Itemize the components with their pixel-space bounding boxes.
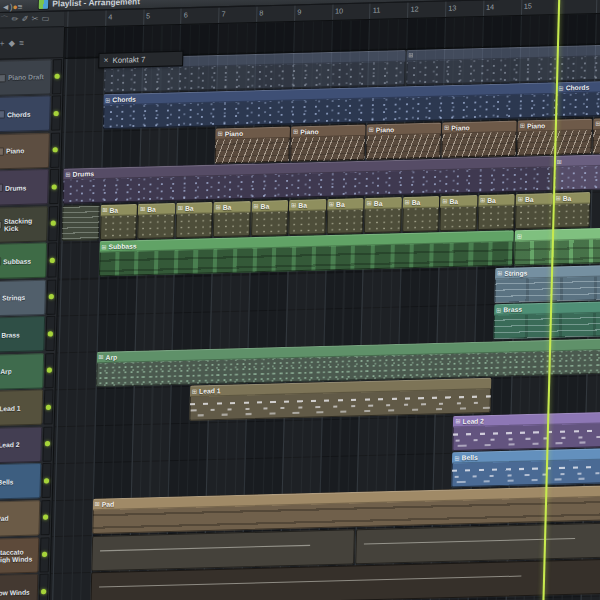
select-icon[interactable]: ▭ bbox=[42, 15, 50, 23]
magnet-icon[interactable]: ⌒ bbox=[0, 16, 8, 24]
pattern-clip-ba[interactable]: ⊞Ba bbox=[288, 199, 326, 235]
pattern-clip-ba[interactable]: ⊞Ba bbox=[99, 204, 137, 240]
track-name-button[interactable]: Piano Draft bbox=[0, 59, 52, 96]
mute-led[interactable] bbox=[47, 368, 52, 373]
pattern-clip-piano[interactable]: ⊞Piano bbox=[290, 124, 365, 161]
track-name-button[interactable]: Lead 1 bbox=[0, 390, 43, 427]
pattern-clip-strings[interactable]: ⊞Strings bbox=[494, 264, 600, 303]
brush-icon[interactable]: ✐ bbox=[21, 15, 28, 23]
pattern-clip-lead-2[interactable]: ⊞Lead 2 bbox=[452, 411, 600, 451]
pattern-clip-ba[interactable]: ⊞Ba bbox=[364, 197, 402, 233]
mute-led[interactable] bbox=[50, 257, 55, 262]
mute-led[interactable] bbox=[54, 74, 59, 79]
track-name-button[interactable]: Stacking Kick bbox=[0, 206, 48, 243]
filter-icon[interactable]: ◆ bbox=[8, 39, 15, 48]
pattern-clip-ba[interactable]: ⊞Ba bbox=[553, 192, 591, 228]
mute-led[interactable] bbox=[53, 110, 58, 115]
mute-led[interactable] bbox=[44, 478, 49, 483]
pattern-clip-piano[interactable]: ⊞Piano bbox=[215, 126, 290, 163]
pattern-clip[interactable] bbox=[355, 522, 600, 564]
mute-led[interactable] bbox=[53, 147, 58, 152]
plugin-window-titlebar[interactable]: × Kontakt 7 bbox=[99, 52, 182, 68]
mute-led[interactable] bbox=[52, 184, 57, 189]
track-name-button[interactable]: Arp bbox=[0, 353, 44, 390]
track-mute-cell[interactable] bbox=[50, 132, 60, 167]
track-mute-cell[interactable] bbox=[52, 59, 62, 94]
pattern-icon: ⊞ bbox=[442, 198, 447, 204]
pattern-icon: ⊞ bbox=[94, 501, 99, 507]
clip-name: Ba bbox=[525, 195, 534, 202]
pattern-clip[interactable]: ⊞ bbox=[405, 44, 600, 85]
track-name-button[interactable]: Drums bbox=[0, 169, 49, 206]
track-name-button[interactable]: Lead 2 bbox=[0, 427, 42, 464]
track-mute-cell[interactable] bbox=[47, 242, 57, 277]
pattern-clip-ba[interactable]: ⊞Ba bbox=[515, 193, 553, 229]
mute-led[interactable] bbox=[51, 221, 56, 226]
pattern-clip-lead-1[interactable]: ⊞Lead 1 bbox=[189, 378, 491, 421]
track-mute-cell[interactable] bbox=[46, 279, 56, 314]
pattern-clip-chords[interactable]: ⊞Chords bbox=[556, 80, 600, 117]
pattern-clip-ba[interactable]: ⊞Ba bbox=[326, 198, 364, 234]
slice-icon[interactable]: ✂ bbox=[32, 15, 39, 23]
clip-note-preview bbox=[514, 239, 600, 266]
menu-icon[interactable]: ≡ bbox=[17, 2, 22, 11]
track-name-button[interactable]: Strings bbox=[0, 279, 46, 316]
pattern-clip-brass[interactable]: ⊞Brass bbox=[493, 301, 600, 340]
pattern-clip-ba[interactable]: ⊞Ba bbox=[175, 202, 213, 238]
pattern-icon: ⊞ bbox=[555, 195, 560, 201]
close-icon[interactable]: × bbox=[103, 56, 108, 64]
pattern-clip[interactable]: ⊞ bbox=[554, 154, 600, 191]
toolbar-icons: ◄)●≡ bbox=[1, 0, 22, 14]
pattern-clip-piano[interactable]: ⊞Piano bbox=[592, 116, 600, 153]
pattern-clip-ba[interactable]: ⊞Ba bbox=[402, 196, 440, 232]
track-name-button[interactable]: Piano bbox=[0, 132, 50, 169]
mute-led[interactable] bbox=[48, 331, 53, 336]
track-mute-cell[interactable] bbox=[44, 353, 54, 388]
track-mute-cell[interactable] bbox=[40, 500, 50, 535]
pattern-icon: ⊞ bbox=[558, 85, 563, 91]
clip-note-preview bbox=[366, 133, 441, 159]
pattern-clip-ba[interactable]: ⊞Ba bbox=[250, 200, 288, 236]
track-name-button[interactable]: Subbass bbox=[0, 243, 47, 280]
mute-led[interactable] bbox=[41, 589, 46, 594]
clip-header: ⊞Ba bbox=[100, 204, 137, 216]
track-name-button[interactable]: Low Winds bbox=[0, 574, 38, 600]
mute-led[interactable] bbox=[49, 294, 54, 299]
mute-led[interactable] bbox=[43, 515, 48, 520]
track-mute-cell[interactable] bbox=[49, 169, 59, 204]
pattern-clip-ba[interactable]: ⊞Ba bbox=[213, 201, 251, 237]
collapse-icon[interactable]: ≡ bbox=[19, 38, 24, 47]
track-mute-cell[interactable] bbox=[43, 390, 53, 425]
pencil-icon[interactable]: ✏ bbox=[11, 16, 18, 24]
track-name-button[interactable]: Staccato High Winds bbox=[0, 537, 39, 574]
pattern-clip-bells[interactable]: ⊞Bells bbox=[452, 448, 600, 488]
pattern-clip-arp[interactable]: ⊞Arp bbox=[96, 338, 600, 387]
track-mute-cell[interactable] bbox=[51, 95, 61, 130]
track-name: Drums bbox=[5, 184, 27, 192]
track-name-button[interactable]: Brass bbox=[0, 316, 45, 353]
pattern-clip-piano[interactable]: ⊞Piano bbox=[366, 122, 441, 159]
track-mute-cell[interactable] bbox=[48, 206, 58, 241]
pattern-clip[interactable]: ⊞ bbox=[514, 228, 600, 266]
pattern-clip-piano[interactable]: ⊞Piano bbox=[441, 120, 516, 157]
add-track-icon[interactable]: + bbox=[0, 39, 4, 48]
track-mute-cell[interactable] bbox=[42, 426, 52, 461]
track-mute-cell[interactable] bbox=[45, 316, 55, 351]
volume-icon[interactable]: ◄) bbox=[1, 2, 12, 12]
track-name-button[interactable]: Chords bbox=[0, 96, 51, 133]
mute-led[interactable] bbox=[46, 405, 51, 410]
mute-led[interactable] bbox=[42, 552, 47, 557]
track-name-button[interactable]: Pad bbox=[0, 500, 40, 537]
track-mute-cell[interactable] bbox=[41, 463, 51, 498]
track-name-button[interactable]: Bells bbox=[0, 463, 41, 500]
pattern-clip[interactable] bbox=[62, 205, 100, 241]
mute-led[interactable] bbox=[45, 441, 50, 446]
track-mute-cell[interactable] bbox=[39, 573, 49, 600]
pattern-clip-ba[interactable]: ⊞Ba bbox=[477, 194, 515, 230]
clip-name: Bells bbox=[462, 454, 478, 462]
pattern-clip-ba[interactable]: ⊞Ba bbox=[439, 195, 477, 231]
track-mute-cell[interactable] bbox=[39, 537, 49, 572]
pattern-clip[interactable] bbox=[91, 529, 355, 571]
playlist-grid[interactable]: ⊞⊞⊞Chords⊞Chords⊞Piano⊞Piano⊞Piano⊞Piano… bbox=[49, 12, 600, 600]
pattern-clip-ba[interactable]: ⊞Ba bbox=[137, 203, 175, 239]
